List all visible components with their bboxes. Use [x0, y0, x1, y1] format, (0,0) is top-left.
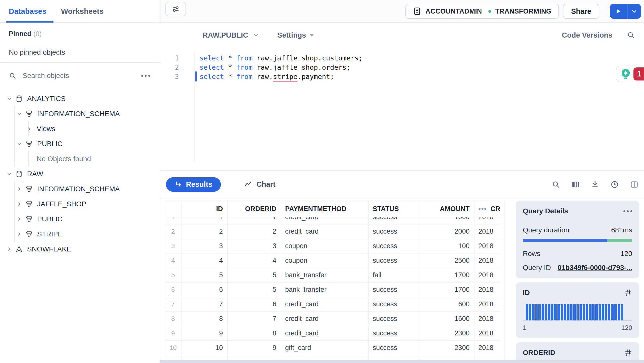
table-cell[interactable]: 8	[228, 326, 281, 340]
table-cell[interactable]: credit_card	[281, 326, 369, 340]
table-cell[interactable]: 2000	[419, 224, 474, 239]
table-row[interactable]: 665bank_transfersuccess17002018	[165, 283, 500, 297]
table-cell[interactable]: coupon	[281, 239, 369, 253]
table-cell[interactable]: 2018	[474, 341, 500, 355]
columns-icon[interactable]	[571, 180, 580, 189]
table-cell[interactable]: 2300	[419, 341, 474, 355]
table-cell[interactable]: 1000	[419, 217, 474, 224]
worksheet-filters-button[interactable]	[165, 2, 186, 16]
table-cell[interactable]: 9	[228, 341, 281, 355]
table-cell[interactable]: 7	[228, 312, 281, 326]
column-header-status[interactable]: STATUS	[369, 201, 419, 217]
table-row[interactable]: 10109gift_cardsuccess23002018	[165, 341, 500, 355]
tree-item-public[interactable]: PUBLIC	[0, 212, 160, 227]
chevron-right-icon[interactable]	[16, 186, 23, 192]
copilot-suggestion-pill[interactable]: 1	[616, 66, 644, 82]
table-cell[interactable]: credit_card	[281, 224, 369, 239]
column-header-id[interactable]: ID	[181, 201, 228, 217]
table-cell[interactable]: 2018	[474, 297, 500, 311]
table-cell[interactable]: 5	[228, 283, 281, 297]
table-cell[interactable]: 2018	[474, 326, 500, 340]
table-cell[interactable]: 1700	[419, 268, 474, 282]
session-context-button[interactable]: ACCOUNTADMIN TRANSFORMING	[405, 4, 559, 19]
table-cell[interactable]: 2	[181, 224, 228, 239]
tab-databases[interactable]: Databases	[9, 0, 46, 23]
table-cell[interactable]: 600	[419, 297, 474, 311]
query-id-link[interactable]: 01b349f6-0000-d793-...	[558, 264, 632, 272]
search-input[interactable]	[23, 72, 135, 80]
table-cell[interactable]: success	[369, 224, 419, 239]
table-row[interactable]: 444couponsuccess25002018	[165, 253, 500, 268]
chevron-right-icon[interactable]	[16, 216, 23, 222]
code-line-2[interactable]: 2select * from raw.jaffle_shop.orders;	[160, 63, 644, 72]
query-details-menu-icon[interactable]	[623, 210, 632, 212]
tab-worksheets[interactable]: Worksheets	[61, 0, 104, 23]
table-cell[interactable]: credit_card	[281, 297, 369, 311]
table-cell[interactable]: fail	[369, 268, 419, 282]
column-header-created[interactable]: •••CREATED	[474, 201, 500, 217]
chevron-down-icon[interactable]	[6, 171, 13, 177]
chevron-right-icon[interactable]	[16, 201, 23, 207]
id-histogram[interactable]: 1 120	[523, 304, 632, 332]
table-cell[interactable]: 7	[181, 297, 228, 311]
table-cell[interactable]: 1700	[419, 283, 474, 297]
table-cell[interactable]: 1	[181, 217, 228, 224]
history-clock-icon[interactable]	[610, 180, 619, 189]
table-cell[interactable]: success	[369, 239, 419, 253]
column-options-icon[interactable]: •••	[478, 205, 487, 213]
table-cell[interactable]: 2300	[419, 326, 474, 340]
table-cell[interactable]: 9	[181, 326, 228, 340]
table-row[interactable]: 887credit_cardsuccess16002018	[165, 312, 500, 326]
table-cell[interactable]: success	[369, 253, 419, 268]
tab-chart[interactable]: Chart	[244, 180, 276, 189]
tab-results[interactable]: Results	[166, 177, 221, 192]
column-header-amount[interactable]: AMOUNT	[419, 201, 474, 217]
table-rows-viewport[interactable]: 111credit_cardsuccess10002018222credit_c…	[165, 217, 500, 360]
chevron-right-icon[interactable]	[6, 246, 13, 252]
code-line-3[interactable]: 3select * from raw.stripe.payment;	[160, 72, 644, 81]
table-cell[interactable]: bank_transfer	[281, 268, 369, 282]
table-cell[interactable]: credit_card	[281, 312, 369, 326]
chevron-right-icon[interactable]	[26, 126, 33, 132]
table-cell[interactable]: success	[369, 341, 419, 355]
table-cell[interactable]: gift_card	[281, 341, 369, 355]
table-cell[interactable]: 2018	[474, 253, 500, 268]
table-row[interactable]: 555bank_transferfail17002018	[165, 268, 500, 283]
tree-item-information-schema[interactable]: INFORMATION_SCHEMA	[0, 182, 160, 197]
table-cell[interactable]: credit_card	[281, 217, 369, 224]
column-header-paymentmethod[interactable]: PAYMENTMETHOD	[281, 201, 369, 217]
share-button[interactable]: Share	[563, 4, 599, 19]
table-row[interactable]: 998credit_cardsuccess23002018	[165, 326, 500, 341]
table-cell[interactable]: success	[369, 283, 419, 297]
run-button[interactable]	[610, 4, 627, 19]
table-cell[interactable]: 4	[228, 253, 281, 268]
table-cell[interactable]: 2	[228, 224, 281, 239]
table-row[interactable]: 776credit_cardsuccess6002018	[165, 297, 500, 312]
split-panel-icon[interactable]	[630, 180, 638, 189]
download-icon[interactable]	[591, 180, 599, 189]
code-versions-button[interactable]: Code Versions	[562, 31, 612, 39]
table-row[interactable]: 111credit_cardsuccess10002018	[165, 217, 500, 224]
table-cell[interactable]: 10	[181, 341, 228, 355]
editor-search-icon[interactable]	[627, 31, 635, 39]
table-cell[interactable]: 5	[181, 268, 228, 282]
table-cell[interactable]: bank_transfer	[281, 283, 369, 297]
results-search-icon[interactable]	[552, 180, 560, 189]
chevron-down-icon[interactable]	[16, 111, 23, 117]
table-row[interactable]: 333couponsuccess1002018	[165, 239, 500, 253]
table-cell[interactable]: 3	[228, 239, 281, 253]
chevron-down-icon[interactable]	[6, 96, 13, 102]
table-cell[interactable]: 2018	[474, 224, 500, 239]
table-cell[interactable]: success	[369, 217, 419, 224]
column-header-orderid[interactable]: ORDERID	[228, 201, 281, 217]
chevron-down-icon[interactable]	[16, 141, 23, 147]
table-cell[interactable]: 2018	[474, 239, 500, 253]
sidebar-menu-icon[interactable]	[141, 75, 150, 77]
run-options-button[interactable]	[627, 4, 641, 19]
tree-item-snowflake[interactable]: SNOWFLAKE	[0, 242, 160, 257]
table-cell[interactable]: 2018	[474, 283, 500, 297]
tree-item-raw[interactable]: RAW	[0, 166, 160, 182]
database-context-selector[interactable]: RAW.PUBLIC	[203, 31, 259, 39]
tree-item-information-schema[interactable]: INFORMATION_SCHEMA	[0, 106, 160, 121]
table-cell[interactable]: success	[369, 297, 419, 311]
